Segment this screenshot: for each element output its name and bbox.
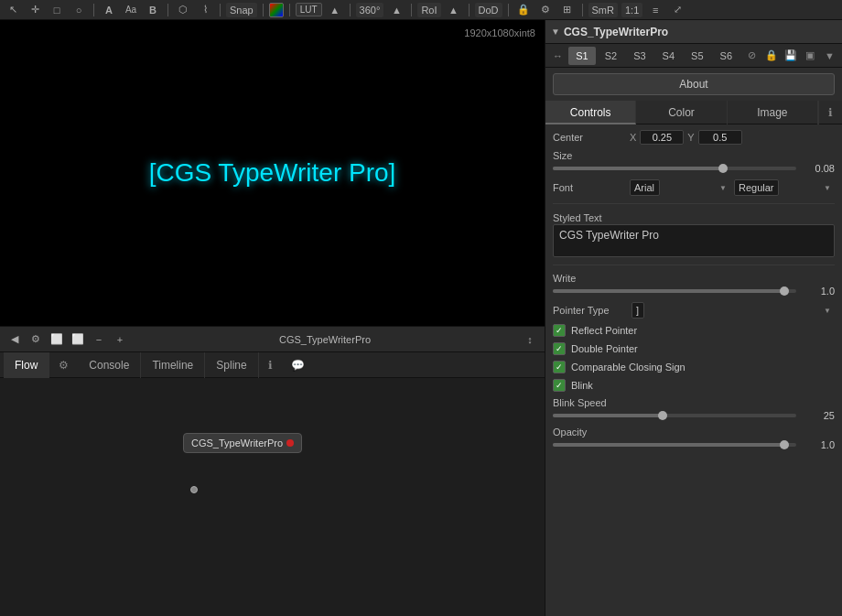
rp-tab-s6[interactable]: S6 (713, 47, 739, 65)
font-row: Font Arial ▼ Regular ▼ (553, 179, 835, 196)
size-slider-thumb[interactable] (718, 164, 728, 173)
smr-label[interactable]: SmR (588, 3, 618, 17)
double-checkbox[interactable]: ✓ (553, 342, 566, 355)
rp-controls: Center X Y Size 0.08 Font (545, 124, 842, 456)
rp-tab-s5[interactable]: S5 (684, 47, 710, 65)
tool-rect[interactable]: □ (48, 1, 66, 19)
rp-tab-arrow[interactable]: ↔ (549, 47, 567, 65)
blink-speed-value: 25 (802, 410, 835, 421)
subtab-color[interactable]: Color (636, 101, 727, 124)
reflect-label: Reflect Pointer (571, 325, 637, 336)
subtab-controls[interactable]: Controls (545, 101, 636, 124)
blink-speed-thumb[interactable] (658, 411, 667, 420)
font-select[interactable]: Arial (630, 179, 660, 196)
sep4 (263, 4, 264, 16)
grid-icon[interactable]: ⊞ (558, 1, 577, 19)
roi-label[interactable]: RoI (417, 3, 440, 17)
tab-timeline[interactable]: Timeline (141, 352, 205, 378)
about-button[interactable]: About (553, 73, 835, 95)
tab-gear-icon[interactable]: ⚙ (49, 352, 78, 378)
rp-header: ▼ CGS_TypeWriterPro (545, 20, 842, 44)
rp-tab-s4[interactable]: S4 (655, 47, 682, 65)
write-slider-thumb[interactable] (780, 286, 789, 296)
lock-icon[interactable]: 🔒 (514, 1, 533, 19)
tool-arrow[interactable]: ↖ (4, 1, 22, 19)
rp-tab-display[interactable]: ▣ (802, 47, 819, 65)
tab-chat-icon[interactable]: 💬 (282, 352, 314, 378)
rp-tab-lock[interactable]: 🔒 (762, 47, 780, 65)
tb-arrow-left[interactable]: ◀ (5, 330, 24, 349)
node-block[interactable]: CGS_TypeWriterPro (183, 433, 302, 453)
tb-plus[interactable]: + (111, 330, 129, 349)
tool-bezier[interactable]: ⌇ (196, 1, 214, 19)
settings-icon[interactable]: ⚙ (536, 1, 555, 19)
rp-tabs: ↔ S1 S2 S3 S4 S5 S6 ⊘ 🔒 💾 ▣ ▼ (545, 44, 842, 68)
roi-arrow[interactable]: ▲ (445, 1, 463, 19)
opacity-track[interactable] (553, 443, 796, 447)
center-y-input[interactable] (698, 130, 742, 145)
comparable-label: Comparable Closing Sign (571, 362, 685, 373)
lut-arrow[interactable]: ▲ (326, 1, 344, 19)
tool-poly[interactable]: ⬡ (174, 1, 192, 19)
reflect-checkbox[interactable]: ✓ (553, 324, 566, 337)
size-label: Size (553, 150, 835, 161)
style-select[interactable]: Regular (734, 179, 779, 196)
tool-cursor[interactable]: ✛ (26, 1, 44, 19)
blink-speed-track[interactable] (553, 414, 796, 417)
preview-area: 1920x1080xint8 [CGS TypeWriter Pro] (0, 20, 545, 327)
blink-checkbox[interactable]: ✓ (553, 379, 566, 392)
sep6 (350, 4, 351, 16)
color-swatch[interactable] (269, 3, 284, 17)
tb-scroll[interactable]: ↕ (521, 330, 539, 349)
subtab-info-icon[interactable]: ℹ (818, 101, 842, 124)
tab-spline[interactable]: Spline (205, 352, 258, 378)
pointer-type-arrow: ▼ (824, 307, 831, 315)
tb-minus[interactable]: − (90, 330, 108, 349)
checkbox-reflect: ✓ Reflect Pointer (553, 324, 835, 337)
rp-tab-s2[interactable]: S2 (598, 47, 624, 65)
rp-tab-save[interactable]: 💾 (782, 47, 799, 65)
tool-text-A[interactable]: A (100, 1, 118, 19)
degrees-label[interactable]: 360° (356, 3, 384, 17)
tb-copy[interactable]: ⬜ (48, 330, 66, 349)
rp-tab-more[interactable]: ▼ (821, 47, 838, 65)
resolution-label: 1920x1080xint8 (464, 27, 535, 38)
tool-bold-B[interactable]: B (144, 1, 162, 19)
node-dot-output[interactable] (190, 486, 198, 493)
styled-text-box[interactable]: CGS TypeWriter Pro (553, 224, 835, 257)
center-x-input[interactable] (640, 130, 684, 145)
style-select-wrapper: Regular ▼ (734, 179, 835, 196)
sep8 (469, 4, 470, 16)
size-slider-track[interactable] (553, 167, 796, 170)
flow-tabs: Flow ⚙ Console Timeline Spline ℹ 💬 (0, 352, 545, 378)
subtab-image[interactable]: Image (728, 101, 818, 124)
view-options[interactable]: ≡ (646, 1, 664, 19)
opacity-thumb[interactable] (780, 440, 789, 449)
preview-text: [CGS TypeWriter Pro] (149, 158, 396, 188)
rp-collapse-arrow[interactable]: ▼ (551, 27, 560, 37)
tb-paste[interactable]: ⬜ (69, 330, 87, 349)
tool-text-B[interactable]: Aa (122, 1, 140, 19)
write-slider-track[interactable] (553, 289, 796, 293)
rp-tab-circle-slash[interactable]: ⊘ (743, 47, 761, 65)
tb-settings[interactable]: ⚙ (27, 330, 45, 349)
dod-label[interactable]: DoD (475, 3, 502, 17)
center-row: Center X Y (553, 130, 835, 145)
tab-console[interactable]: Console (78, 352, 141, 378)
lut-label[interactable]: LUT (296, 3, 322, 16)
rp-tab-s1[interactable]: S1 (568, 47, 595, 65)
tab-flow[interactable]: Flow (4, 352, 49, 378)
checkbox-double: ✓ Double Pointer (553, 342, 835, 355)
sep10 (582, 4, 583, 16)
pointer-type-select[interactable]: ] (632, 302, 644, 319)
opacity-value: 1.0 (802, 439, 835, 450)
degrees-arrow[interactable]: ▲ (387, 1, 405, 19)
flow-area: Flow ⚙ Console Timeline Spline ℹ 💬 CGS_T… (0, 352, 545, 616)
tool-ellipse[interactable]: ○ (70, 1, 88, 19)
comparable-checkbox[interactable]: ✓ (553, 361, 566, 373)
expand-icon[interactable]: ⤢ (668, 1, 686, 19)
sep2 (167, 4, 168, 16)
rp-tab-s3[interactable]: S3 (626, 47, 653, 65)
snap-label[interactable]: Snap (226, 3, 257, 17)
tab-info-icon[interactable]: ℹ (259, 352, 282, 378)
